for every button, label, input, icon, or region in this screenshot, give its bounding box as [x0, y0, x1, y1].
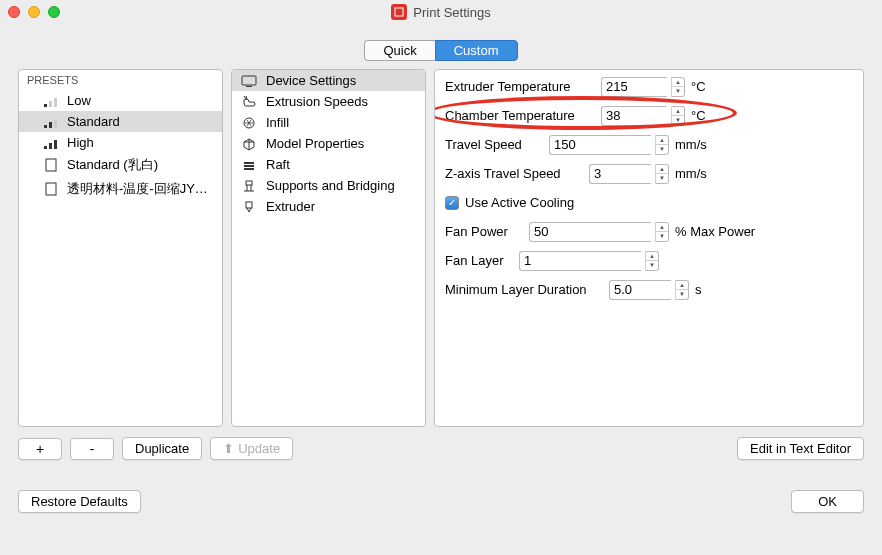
svg-rect-18 — [246, 181, 252, 185]
category-model-properties[interactable]: Model Properties — [232, 133, 425, 154]
field-min-layer-duration: Minimum Layer Duration ▲▼ s — [435, 275, 863, 304]
svg-rect-3 — [54, 98, 57, 107]
tab-quick[interactable]: Quick — [364, 40, 434, 61]
category-label: Raft — [266, 157, 290, 172]
quality-high-icon — [43, 137, 59, 149]
field-label: Chamber Temperature — [445, 108, 597, 123]
infill-icon — [240, 116, 258, 130]
field-chamber-temperature: Chamber Temperature ▲▼ °C — [435, 101, 863, 130]
svg-rect-11 — [46, 183, 56, 195]
unit-label: mm/s — [675, 166, 707, 181]
svg-rect-16 — [244, 165, 254, 167]
field-fan-power: Fan Power ▲▼ % Max Power — [435, 217, 863, 246]
checkbox-checked-icon[interactable]: ✓ — [445, 196, 459, 210]
stepper[interactable]: ▲▼ — [655, 135, 669, 155]
stepper[interactable]: ▲▼ — [655, 164, 669, 184]
unit-label: mm/s — [675, 137, 707, 152]
restore-defaults-button[interactable]: Restore Defaults — [18, 490, 141, 513]
ok-button[interactable]: OK — [791, 490, 864, 513]
category-infill[interactable]: Infill — [232, 112, 425, 133]
category-label: Extrusion Speeds — [266, 94, 368, 109]
z-travel-speed-input[interactable] — [589, 164, 651, 184]
presets-panel: PRESETS Low Standard High Standard (乳白) … — [18, 69, 223, 427]
extruder-icon — [240, 200, 258, 214]
field-fan-layer: Fan Layer ▲▼ — [435, 246, 863, 275]
field-label: Fan Power — [445, 224, 525, 239]
category-label: Model Properties — [266, 136, 364, 151]
document-icon — [43, 182, 59, 196]
svg-rect-5 — [49, 122, 52, 128]
fan-layer-input[interactable] — [519, 251, 641, 271]
preset-item-custom2[interactable]: 透明材料-温度-回缩JY… — [19, 177, 222, 201]
svg-rect-9 — [54, 140, 57, 149]
stepper[interactable]: ▲▼ — [645, 251, 659, 271]
upload-icon: ⬆ — [223, 441, 234, 456]
raft-icon — [240, 158, 258, 172]
preset-item-custom1[interactable]: Standard (乳白) — [19, 153, 222, 177]
duplicate-button[interactable]: Duplicate — [122, 437, 202, 460]
preset-label: Standard (乳白) — [67, 156, 158, 174]
field-active-cooling[interactable]: ✓ Use Active Cooling — [435, 188, 863, 217]
field-label: Extruder Temperature — [445, 79, 597, 94]
window-title: Print Settings — [413, 5, 490, 20]
checkbox-label: Use Active Cooling — [465, 195, 574, 210]
category-extrusion-speeds[interactable]: Extrusion Speeds — [232, 91, 425, 112]
unit-label: s — [695, 282, 702, 297]
quality-standard-icon — [43, 116, 59, 128]
remove-preset-button[interactable]: - — [70, 438, 114, 460]
category-supports[interactable]: Supports and Bridging — [232, 175, 425, 196]
rabbit-icon — [240, 95, 258, 109]
min-layer-duration-input[interactable] — [609, 280, 671, 300]
svg-rect-12 — [242, 76, 256, 85]
preset-label: Low — [67, 93, 91, 108]
extruder-temperature-input[interactable] — [601, 77, 667, 97]
app-icon — [391, 4, 407, 20]
zoom-icon[interactable] — [48, 6, 60, 18]
stepper[interactable]: ▲▼ — [655, 222, 669, 242]
preset-label: High — [67, 135, 94, 150]
close-icon[interactable] — [8, 6, 20, 18]
category-raft[interactable]: Raft — [232, 154, 425, 175]
stepper[interactable]: ▲▼ — [675, 280, 689, 300]
svg-rect-10 — [46, 159, 56, 171]
category-label: Supports and Bridging — [266, 178, 395, 193]
preset-item-low[interactable]: Low — [19, 90, 222, 111]
svg-rect-1 — [44, 104, 47, 107]
svg-rect-2 — [49, 101, 52, 107]
update-button[interactable]: ⬆Update — [210, 437, 293, 460]
categories-panel: Device Settings Extrusion Speeds Infill … — [231, 69, 426, 427]
unit-label: % Max Power — [675, 224, 755, 239]
svg-rect-7 — [44, 146, 47, 149]
svg-rect-17 — [244, 168, 254, 170]
cube-icon — [240, 137, 258, 151]
category-label: Device Settings — [266, 73, 356, 88]
edit-text-editor-button[interactable]: Edit in Text Editor — [737, 437, 864, 460]
field-label: Travel Speed — [445, 137, 545, 152]
update-label: Update — [238, 441, 280, 456]
category-extruder[interactable]: Extruder — [232, 196, 425, 217]
svg-rect-15 — [244, 162, 254, 164]
stepper[interactable]: ▲▼ — [671, 77, 685, 97]
presets-header: PRESETS — [19, 70, 222, 90]
unit-label: °C — [691, 108, 706, 123]
field-label: Z-axis Travel Speed — [445, 166, 585, 181]
field-extruder-temperature: Extruder Temperature ▲▼ °C — [435, 72, 863, 101]
minimize-icon[interactable] — [28, 6, 40, 18]
tab-custom[interactable]: Custom — [435, 40, 518, 61]
unit-label: °C — [691, 79, 706, 94]
preset-item-high[interactable]: High — [19, 132, 222, 153]
svg-rect-8 — [49, 143, 52, 149]
chamber-temperature-input[interactable] — [601, 106, 667, 126]
svg-rect-0 — [395, 8, 403, 16]
add-preset-button[interactable]: + — [18, 438, 62, 460]
quality-low-icon — [43, 95, 59, 107]
preset-item-standard[interactable]: Standard — [19, 111, 222, 132]
field-label: Fan Layer — [445, 253, 515, 268]
category-device-settings[interactable]: Device Settings — [232, 70, 425, 91]
window-controls — [8, 6, 60, 18]
settings-panel: Extruder Temperature ▲▼ °C Chamber Tempe… — [434, 69, 864, 427]
svg-rect-4 — [44, 125, 47, 128]
fan-power-input[interactable] — [529, 222, 651, 242]
travel-speed-input[interactable] — [549, 135, 651, 155]
stepper[interactable]: ▲▼ — [671, 106, 685, 126]
